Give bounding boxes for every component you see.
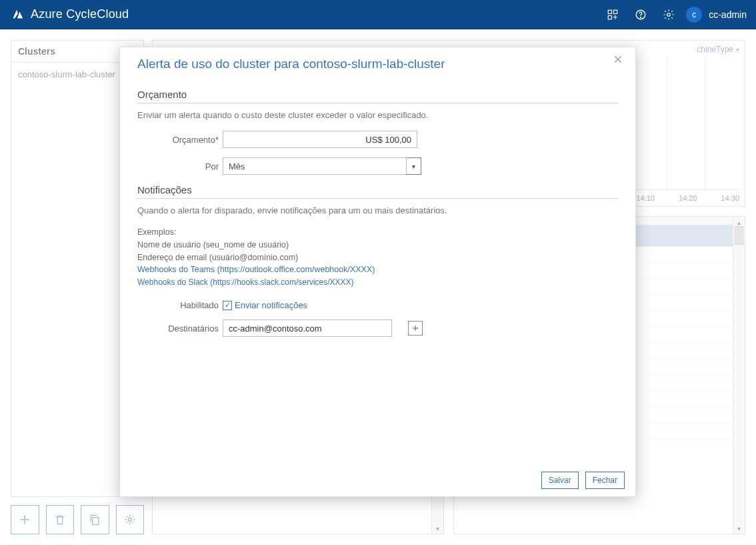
enabled-checkbox[interactable]: ✓: [223, 301, 232, 310]
budget-input[interactable]: [223, 131, 417, 148]
azure-logo-icon: [9, 7, 24, 22]
close-icon[interactable]: [613, 54, 629, 70]
product-title: Azure CycleCloud: [31, 7, 129, 21]
user-name[interactable]: cc-admin: [709, 9, 747, 20]
close-button[interactable]: Fechar: [585, 472, 625, 489]
enabled-text: Enviar notificações: [235, 300, 307, 310]
avatar-initial: c: [692, 10, 696, 19]
save-button[interactable]: Salvar: [541, 472, 579, 489]
gear-icon[interactable]: [658, 4, 679, 25]
notifications-examples: Exemplos: Nome de usuário (seu_nome de u…: [137, 226, 618, 288]
recipients-input[interactable]: [223, 320, 392, 337]
extensions-icon[interactable]: [602, 4, 623, 25]
topbar: Azure CycleCloud c cc-admin: [0, 0, 756, 29]
budget-label: Orçamento*: [137, 135, 223, 145]
notifications-heading: Notificações: [137, 184, 618, 195]
svg-rect-1: [614, 10, 617, 13]
recipients-label: Destinatários: [137, 324, 223, 334]
budget-heading: Orçamento: [137, 89, 618, 100]
svg-point-5: [667, 13, 671, 16]
svg-point-4: [641, 17, 641, 17]
budget-desc: Enviar um alerta quando o custo deste cl…: [137, 110, 618, 120]
budget-per-select[interactable]: Mês: [223, 157, 407, 175]
svg-rect-0: [608, 10, 611, 13]
budget-per-label: Por: [137, 161, 223, 171]
enabled-label: Habilitado: [137, 300, 223, 310]
svg-rect-2: [608, 15, 611, 19]
modal-title: Alerta de uso do cluster para contoso-sl…: [120, 47, 635, 75]
avatar[interactable]: c: [686, 7, 702, 23]
add-recipient-button[interactable]: [408, 321, 423, 336]
notifications-desc: Quando o alerta for disparado, envie not…: [137, 205, 618, 215]
cluster-usage-alert-modal: Alerta de uso do cluster para contoso-sl…: [119, 47, 636, 497]
chevron-down-icon[interactable]: ▾: [407, 157, 421, 175]
help-icon[interactable]: [630, 4, 651, 25]
